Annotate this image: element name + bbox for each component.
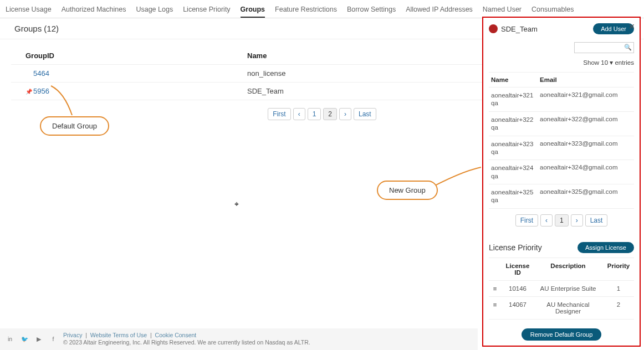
- col-license-desc[interactable]: Description: [535, 262, 601, 276]
- callout-new-group: New Group: [377, 181, 438, 200]
- group-avatar: [489, 24, 498, 33]
- tab-groups[interactable]: Groups: [241, 3, 265, 18]
- table-row[interactable]: ≡ 14067 AU Mechanical Designer 2: [489, 297, 634, 320]
- license-prio: 2: [604, 301, 633, 315]
- tab-consumables[interactable]: Consumables: [531, 3, 574, 18]
- license-prio: 1: [604, 285, 633, 292]
- user-name-l1: aonealtair+324: [491, 164, 533, 171]
- col-license-prio[interactable]: Priority: [604, 262, 633, 276]
- tab-borrow-settings[interactable]: Borrow Settings: [347, 3, 396, 18]
- table-row[interactable]: aonealtair+321qa aonealtair+321@gmail.co…: [489, 87, 634, 112]
- tab-license-priority[interactable]: License Priority: [183, 3, 230, 18]
- pg-last[interactable]: Last: [585, 214, 608, 227]
- tab-license-usage[interactable]: License Usage: [6, 3, 52, 18]
- assign-license-button[interactable]: Assign License: [577, 242, 634, 253]
- tabs-nav: License Usage Authorized Machines Usage …: [0, 0, 644, 18]
- footer-privacy[interactable]: Privacy: [63, 332, 82, 338]
- user-email: aonealtair+321@gmail.com: [540, 91, 632, 107]
- license-id: 14067: [503, 301, 532, 315]
- pg-first[interactable]: First: [515, 214, 538, 227]
- users-pagination: First ‹ 1 › Last: [489, 214, 634, 227]
- pg-next[interactable]: ›: [339, 108, 351, 120]
- license-desc: AU Enterprise Suite: [535, 285, 601, 292]
- close-icon[interactable]: ✕: [627, 21, 636, 32]
- table-row[interactable]: aonealtair+322qa aonealtair+322@gmail.co…: [489, 112, 634, 136]
- footer-copyright: © 2023 Altair Engineering, Inc. All Righ…: [63, 339, 310, 346]
- col-user-email[interactable]: Email: [540, 76, 632, 83]
- facebook-icon[interactable]: f: [49, 335, 58, 343]
- table-row[interactable]: aonealtair+324qa aonealtair+324@gmail.co…: [489, 160, 634, 184]
- linkedin-icon[interactable]: in: [6, 335, 14, 343]
- group-id[interactable]: 5464: [33, 69, 49, 78]
- license-desc: AU Mechanical Designer: [535, 301, 601, 315]
- license-table: License ID Description Priority ≡ 10146 …: [489, 258, 634, 320]
- remove-default-group-button[interactable]: Remove Default Group: [522, 328, 602, 341]
- tab-feature-restrictions[interactable]: Feature Restrictions: [275, 3, 337, 18]
- user-email: aonealtair+324@gmail.com: [540, 164, 632, 180]
- user-name-l1: aonealtair+323: [491, 141, 533, 147]
- footer: in 🐦 ▶ f Privacy | Website Terms of Use …: [0, 328, 478, 350]
- user-email: aonealtair+322@gmail.com: [540, 116, 632, 132]
- cursor-icon: ⌖: [234, 199, 239, 209]
- user-name-l2: qa: [491, 173, 498, 179]
- table-row[interactable]: aonealtair+323qa aonealtair+323@gmail.co…: [489, 136, 634, 161]
- entries-selector[interactable]: Show 10 ▾ entries: [489, 59, 634, 66]
- user-name-l2: qa: [491, 148, 498, 155]
- pg-page-1[interactable]: 1: [308, 108, 321, 120]
- table-row[interactable]: ≡ 10146 AU Enterprise Suite 1: [489, 281, 634, 297]
- pg-prev[interactable]: ‹: [540, 214, 553, 227]
- pg-last[interactable]: Last: [354, 108, 376, 120]
- table-row[interactable]: aonealtair+325qa aonealtair+325@gmail.co…: [489, 184, 634, 209]
- pg-next[interactable]: ›: [571, 214, 583, 227]
- tab-usage-logs[interactable]: Usage Logs: [136, 3, 173, 18]
- pin-icon[interactable]: 📌: [25, 89, 31, 95]
- user-email: aonealtair+323@gmail.com: [540, 140, 632, 156]
- tab-authorized-machines[interactable]: Authorized Machines: [62, 3, 126, 18]
- user-name-l1: aonealtair+322: [491, 116, 533, 123]
- twitter-icon[interactable]: 🐦: [20, 335, 29, 343]
- pg-page-1[interactable]: 1: [555, 214, 569, 227]
- pg-first[interactable]: First: [268, 108, 290, 120]
- group-detail-panel: SDE_Team Add User ✕ 🔍 Show 10 ▾ entries …: [482, 17, 641, 347]
- user-email: aonealtair+325@gmail.com: [540, 188, 632, 204]
- users-table: Name Email aonealtair+321qa aonealtair+3…: [489, 72, 634, 209]
- youtube-icon[interactable]: ▶: [34, 335, 43, 343]
- col-user-name[interactable]: Name: [491, 76, 535, 83]
- user-name-l2: qa: [491, 197, 498, 203]
- pg-page-2[interactable]: 2: [323, 108, 337, 120]
- tab-allowed-ip[interactable]: Allowed IP Addresses: [406, 3, 473, 18]
- footer-cookie[interactable]: Cookie Consent: [155, 332, 197, 338]
- footer-terms[interactable]: Website Terms of Use: [90, 332, 147, 338]
- license-priority-title: License Priority: [489, 243, 542, 252]
- col-license-id[interactable]: License ID: [503, 262, 532, 276]
- user-name-l2: qa: [491, 124, 498, 131]
- col-groupid[interactable]: GroupID: [25, 52, 247, 60]
- panel-title: SDE_Team: [501, 25, 538, 33]
- drag-handle-icon[interactable]: ≡: [490, 301, 500, 315]
- callout-default-group: Default Group: [40, 116, 109, 136]
- group-id[interactable]: 5956: [33, 87, 49, 95]
- search-icon: 🔍: [624, 44, 632, 51]
- user-name-l2: qa: [491, 100, 498, 106]
- pg-prev[interactable]: ‹: [293, 108, 305, 120]
- user-name-l1: aonealtair+321: [491, 92, 533, 99]
- license-id: 10146: [503, 285, 532, 292]
- drag-handle-icon[interactable]: ≡: [490, 285, 500, 292]
- tab-named-user[interactable]: Named User: [483, 3, 522, 18]
- user-name-l1: aonealtair+325: [491, 189, 533, 195]
